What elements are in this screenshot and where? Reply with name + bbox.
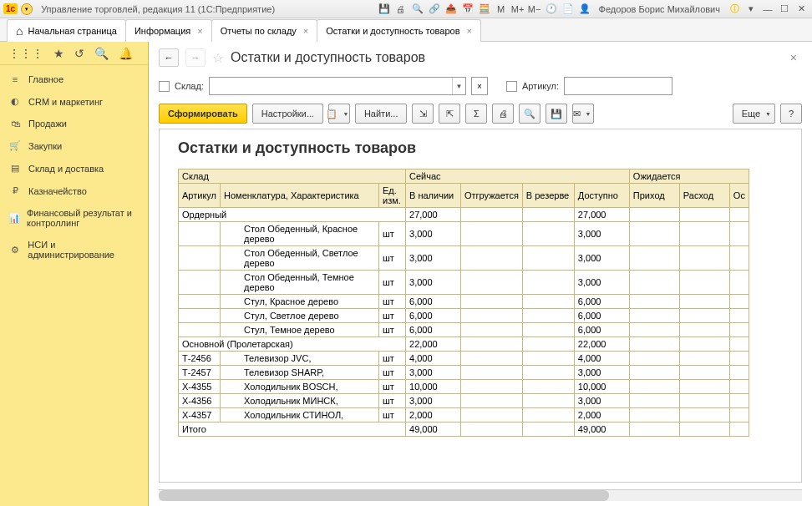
link-icon[interactable]: 🔗 — [427, 2, 442, 17]
total-row: Итого49,00049,000 — [179, 423, 749, 437]
more-button[interactable]: Еще▼ — [733, 104, 775, 124]
clock-icon[interactable]: 🕐 — [544, 2, 559, 17]
table-row[interactable]: Х-4357Холодильник СТИНОЛ,шт2,0002,000 — [179, 408, 749, 423]
save-icon[interactable]: 💾 — [377, 2, 392, 17]
email-button[interactable]: ✉▼ — [572, 104, 594, 124]
report-area[interactable]: Остатки и доступность товаров СкладСейча… — [159, 129, 802, 483]
variants-button[interactable]: 📋▼ — [328, 104, 350, 124]
report-table: СкладСейчасОжидаетсяАртикулНоменклатура,… — [178, 169, 749, 437]
calculator-icon[interactable]: 🧮 — [477, 2, 492, 17]
user-icon[interactable]: 👤 — [577, 2, 592, 17]
print-button[interactable]: 🖨 — [492, 104, 514, 124]
generate-button[interactable]: Сформировать — [159, 104, 247, 124]
settings-button[interactable]: Настройки... — [252, 104, 323, 124]
sidebar-icon: ≡ — [8, 74, 22, 84]
tab-label: Информация — [134, 26, 190, 36]
horizontal-scrollbar[interactable] — [159, 489, 802, 501]
tab-home[interactable]: ⌂ Начальная страница — [7, 19, 126, 42]
sidebar-icon: ₽ — [8, 185, 22, 196]
sidebar-item-2[interactable]: 🛍Продажи — [0, 113, 148, 134]
table-row[interactable]: Стол Обеденный, Темное деревошт3,0003,00… — [179, 271, 749, 295]
forward-button[interactable]: → — [185, 48, 206, 67]
minimize-button[interactable]: — — [760, 3, 775, 16]
help-button[interactable]: ? — [780, 104, 802, 124]
close-icon[interactable]: × — [303, 26, 308, 36]
expand-button[interactable]: ⇲ — [412, 104, 434, 124]
print-icon[interactable]: 🖨 — [393, 2, 409, 17]
search-icon[interactable]: 🔍 — [94, 47, 109, 60]
export-icon[interactable]: 📤 — [444, 2, 459, 17]
collapse-button[interactable]: ⇱ — [439, 104, 460, 124]
sidebar-item-6[interactable]: 📊Финансовый результат и контроллинг — [0, 202, 148, 234]
app-menu-dropdown[interactable]: ▾ — [21, 3, 33, 15]
warehouse-checkbox[interactable] — [159, 81, 170, 92]
star-icon[interactable]: ★ — [53, 47, 64, 60]
app-logo-icon: 1c — [3, 3, 18, 14]
app-title: Управление торговлей, редакция 11 (1С:Пр… — [41, 4, 275, 14]
sum-button[interactable]: Σ — [465, 104, 487, 124]
article-checkbox[interactable] — [506, 81, 517, 92]
current-user[interactable]: Федоров Борис Михайлович — [594, 4, 725, 14]
sidebar-icon: 📊 — [8, 213, 20, 224]
table-row[interactable]: Стол Обеденный, Красное деревошт3,0003,0… — [179, 222, 749, 246]
calendar-icon[interactable]: 📅 — [460, 2, 475, 17]
history-icon[interactable]: ↺ — [74, 47, 84, 60]
sidebar-item-3[interactable]: 🛒Закупки — [0, 134, 148, 157]
close-icon[interactable]: × — [197, 26, 202, 36]
sidebar-item-4[interactable]: ▤Склад и доставка — [0, 157, 148, 180]
document-icon[interactable]: 📄 — [561, 2, 576, 17]
sidebar-item-label: Склад и доставка — [28, 164, 104, 174]
favorite-star-icon[interactable]: ☆ — [212, 50, 224, 66]
col-article: Артикул — [179, 184, 221, 208]
table-row[interactable]: Стул, Темное деревошт6,0006,000 — [179, 323, 749, 337]
group-row[interactable]: Ордерный27,00027,000 — [179, 208, 749, 222]
warehouse-combo[interactable]: ▼ — [209, 77, 466, 95]
table-row[interactable]: Стул, Светлое деревошт6,0006,000 — [179, 309, 749, 323]
chevron-down-icon[interactable]: ▼ — [452, 78, 465, 94]
tab-label: Остатки и доступность товаров — [326, 26, 459, 36]
table-row[interactable]: Х-4356Холодильник МИНСК,шт3,0003,000 — [179, 394, 749, 408]
tabs-bar: ⌂ Начальная страница Информация × Отчеты… — [0, 18, 812, 42]
text-m-minus-icon[interactable]: M− — [527, 2, 542, 17]
sidebar-item-label: Казначейство — [28, 186, 87, 196]
sidebar-item-5[interactable]: ₽Казначейство — [0, 180, 148, 202]
tab-label: Отчеты по складу — [221, 26, 297, 36]
clear-warehouse-button[interactable]: × — [471, 77, 488, 95]
menu-grid-icon[interactable]: ⋮⋮⋮ — [8, 47, 43, 60]
tab-stock-availability[interactable]: Остатки и доступность товаров × — [317, 19, 481, 42]
search-icon[interactable]: 🔍 — [410, 2, 425, 17]
find-button[interactable]: Найти... — [355, 104, 408, 124]
sidebar: ⋮⋮⋮ ★ ↺ 🔍 🔔 ≡Главное◐CRM и маркетинг🛍Про… — [0, 42, 149, 506]
table-row[interactable]: Стол Обеденный, Светлое деревошт3,0003,0… — [179, 246, 749, 271]
sidebar-item-1[interactable]: ◐CRM и маркетинг — [0, 90, 148, 113]
warehouse-input[interactable] — [210, 78, 452, 94]
maximize-button[interactable]: ☐ — [777, 3, 792, 16]
close-page-button[interactable]: × — [790, 51, 802, 64]
info-dropdown-icon[interactable]: ▾ — [743, 2, 759, 17]
col-instock: В наличии — [406, 184, 461, 208]
save-report-button[interactable]: 💾 — [546, 104, 567, 124]
col-expected: Ожидается — [629, 170, 749, 184]
bell-icon[interactable]: 🔔 — [119, 47, 133, 60]
report-title: Остатки и доступность товаров — [178, 139, 802, 157]
close-window-button[interactable]: ✕ — [794, 3, 809, 16]
back-button[interactable]: ← — [159, 48, 179, 67]
table-row[interactable]: Стул, Красное деревошт6,0006,000 — [179, 295, 749, 309]
sidebar-item-0[interactable]: ≡Главное — [0, 68, 148, 90]
group-row[interactable]: Основной (Пролетарская)22,00022,000 — [179, 337, 749, 352]
text-m-icon[interactable]: M — [494, 2, 509, 17]
table-row[interactable]: Т-2457Телевизор SHARP,шт3,0003,000 — [179, 366, 749, 380]
preview-button[interactable]: 🔍 — [519, 104, 540, 124]
article-label: Артикул: — [522, 81, 559, 91]
tab-warehouse-reports[interactable]: Отчеты по складу × — [211, 19, 318, 42]
info-icon[interactable]: ⓘ — [727, 2, 742, 17]
article-input[interactable] — [564, 77, 672, 95]
tab-info[interactable]: Информация × — [125, 19, 212, 42]
table-row[interactable]: Х-4355Холодильник BOSCH,шт10,00010,000 — [179, 380, 749, 394]
sidebar-item-7[interactable]: ⚙НСИ и администрирование — [0, 234, 148, 266]
table-row[interactable]: Т-2456Телевизор JVC,шт4,0004,000 — [179, 352, 749, 366]
warehouse-label: Склад: — [175, 81, 204, 91]
text-m-plus-icon[interactable]: M+ — [510, 2, 525, 17]
col-os: Ос — [729, 184, 749, 208]
close-icon[interactable]: × — [466, 26, 471, 36]
